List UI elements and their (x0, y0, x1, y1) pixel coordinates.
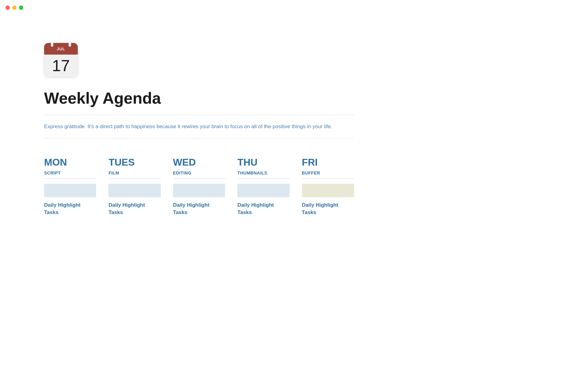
traffic-lights (6, 6, 23, 10)
day-task-fri: BUFFER (302, 171, 354, 175)
card-link-mon[interactable]: Daily Highlight Tasks (44, 201, 96, 216)
card-link-tues[interactable]: Daily Highlight Tasks (108, 201, 160, 216)
day-divider-tues (108, 178, 160, 179)
card-link-fri[interactable]: Daily Highlight Tasks (302, 201, 354, 216)
card-placeholder-tues (108, 184, 160, 197)
day-divider-thu (237, 178, 289, 179)
day-name-mon: MON (44, 157, 96, 168)
day-task-thu: THUMBNAILS (237, 171, 289, 175)
main-content: JUL 17 Weekly Agenda Express gratitude. … (0, 0, 398, 241)
day-task-tues: FILM (108, 171, 160, 175)
card-placeholder-fri (302, 184, 354, 197)
day-name-thu: THU (237, 157, 289, 168)
day-name-fri: FRI (302, 157, 354, 168)
card-link-wed[interactable]: Daily Highlight Tasks (173, 201, 225, 216)
page-title: Weekly Agenda (44, 89, 354, 107)
day-column-fri: FRI BUFFER Daily Highlight Tasks (302, 157, 354, 216)
day-column-wed: WED EDITING Daily Highlight Tasks (173, 157, 225, 216)
traffic-light-green[interactable] (19, 6, 23, 10)
bottom-divider (44, 138, 354, 138)
day-divider-fri (302, 178, 354, 179)
day-divider-mon (44, 178, 96, 179)
days-grid: MON SCRIPT Daily Highlight Tasks TUES FI… (44, 157, 354, 216)
day-column-mon: MON SCRIPT Daily Highlight Tasks (44, 157, 96, 216)
card-placeholder-wed (173, 184, 225, 197)
day-name-tues: TUES (108, 157, 160, 168)
day-divider-wed (173, 178, 225, 179)
day-task-mon: SCRIPT (44, 171, 96, 175)
day-name-wed: WED (173, 157, 225, 168)
card-placeholder-thu (237, 184, 289, 197)
top-divider (44, 115, 354, 115)
day-column-tues: TUES FILM Daily Highlight Tasks (108, 157, 160, 216)
calendar-icon: JUL 17 (44, 43, 78, 77)
calendar-month: JUL (57, 47, 65, 51)
calendar-day: 17 (52, 58, 70, 74)
quote-text: Express gratitude. It's a direct path to… (44, 122, 354, 131)
card-link-thu[interactable]: Daily Highlight Tasks (237, 201, 289, 216)
day-task-wed: EDITING (173, 171, 225, 175)
card-placeholder-mon (44, 184, 96, 197)
traffic-light-yellow[interactable] (12, 6, 17, 10)
traffic-light-red[interactable] (6, 6, 10, 10)
calendar-top: JUL (44, 43, 78, 55)
day-column-thu: THU THUMBNAILS Daily Highlight Tasks (237, 157, 289, 216)
calendar-bottom: 17 (44, 55, 78, 77)
